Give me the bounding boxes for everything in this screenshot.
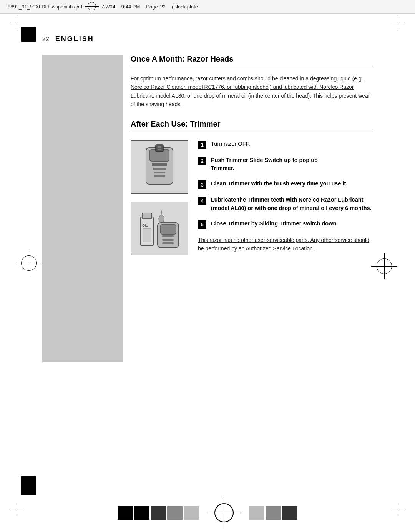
header-time: 9:44 PM: [121, 4, 140, 10]
page-content: 22 ENGLISH Once A Month: Razor Heads For…: [42, 14, 373, 486]
bottom-squares-left: [118, 506, 199, 520]
step-item-5: 5 Close Trimmer by Sliding Trimmer switc…: [198, 220, 373, 229]
header-page-label: Page: [146, 4, 158, 10]
svg-rect-6: [156, 145, 163, 152]
once-a-month-intro: For optimum performance, razor cutters a…: [131, 74, 373, 109]
bottom-marks: [0, 503, 415, 522]
step-number-1: 1: [198, 141, 206, 149]
svg-rect-4: [154, 172, 165, 173]
footer-note: This razor has no other user-serviceable…: [198, 236, 373, 253]
main-content: Once A Month: Razor Heads For optimum pe…: [131, 55, 373, 255]
header-page-number: 22: [160, 4, 166, 10]
page-header: 22 ENGLISH: [42, 35, 373, 43]
svg-rect-17: [162, 235, 174, 237]
step-number-2: 2: [198, 157, 206, 165]
steps-list: 1 Turn razor OFF. 2 Push Trimmer Slide S…: [198, 140, 373, 255]
step-number-5: 5: [198, 220, 206, 229]
svg-rect-18: [162, 239, 174, 241]
step-text-3: Clean Trimmer with the brush every time …: [211, 180, 347, 188]
header-filename: 8892_91_90XLDFUwspanish.qxd: [8, 4, 82, 10]
after-each-use-heading: After Each Use: Trimmer: [131, 120, 373, 132]
registration-circle-right: [377, 258, 392, 274]
content-wrapper: Once A Month: Razor Heads For optimum pe…: [42, 55, 373, 255]
bottom-square-r2: [266, 506, 281, 520]
crop-mark-tl-v: [17, 17, 17, 29]
bottom-square-5: [184, 506, 199, 520]
bottom-square-2: [134, 506, 149, 520]
once-a-month-heading: Once A Month: Razor Heads: [131, 55, 373, 67]
bottom-square-4: [167, 506, 183, 520]
bottom-squares-right: [249, 506, 297, 520]
svg-rect-11: [142, 213, 152, 219]
registration-circle-left: [21, 255, 37, 271]
bottom-square-r1: [249, 506, 264, 520]
step-number-4: 4: [198, 197, 206, 205]
svg-rect-5: [154, 175, 165, 177]
razor-image-2: OIL: [131, 202, 188, 255]
header-bar: 8892_91_90XLDFUwspanish.qxd 7/7/04 9:44 …: [0, 0, 415, 14]
gray-sidebar-panel: [42, 55, 123, 362]
step-number-3: 3: [198, 180, 206, 189]
registration-square-bl: [21, 476, 36, 495]
step-item-3: 3 Clean Trimmer with the brush every tim…: [198, 180, 373, 189]
bottom-square-3: [151, 506, 166, 520]
svg-text:OIL: OIL: [142, 223, 148, 227]
svg-rect-19: [162, 242, 174, 244]
bottom-square-1: [118, 506, 133, 520]
step-item-2: 2 Push Trimmer Slide Switch up to pop up…: [198, 156, 373, 173]
step-text-5: Close Trimmer by Sliding Trimmer switch …: [211, 220, 338, 228]
step-item-1: 1 Turn razor OFF.: [198, 140, 373, 149]
crop-mark-tl-h: [12, 23, 23, 23]
svg-rect-3: [153, 168, 166, 170]
svg-rect-2: [152, 163, 167, 166]
svg-rect-13: [143, 228, 151, 242]
section-title: ENGLISH: [55, 35, 94, 43]
step-item-4: 4 Lubricate the Trimmer teeth with Norel…: [198, 196, 373, 213]
registration-square-tl: [21, 27, 36, 42]
step-text-1: Turn razor OFF.: [211, 140, 250, 148]
bottom-square-r3: [282, 506, 297, 520]
header-plate: (Black plate: [172, 4, 198, 10]
steps-area: OIL: [131, 140, 373, 255]
svg-point-14: [159, 215, 164, 223]
bottom-registration-circle: [214, 503, 234, 522]
step-text-4: Lubricate the Trimmer teeth with Norelco…: [211, 196, 373, 213]
razor-image-1: [131, 140, 188, 194]
page-number: 22: [42, 36, 49, 43]
header-date: 7/7/04: [101, 4, 115, 10]
images-column: OIL: [131, 140, 190, 255]
step-text-2: Push Trimmer Slide Switch up to pop up T…: [211, 156, 318, 173]
header-circle-mark: [85, 2, 99, 12]
svg-rect-16: [161, 225, 176, 234]
crop-mark-tr-v: [398, 17, 398, 29]
